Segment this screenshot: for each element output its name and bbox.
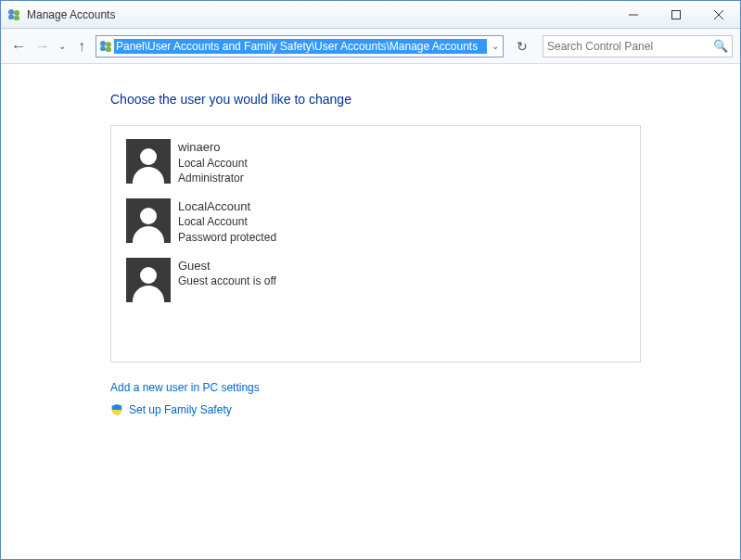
minimize-button[interactable] <box>612 1 655 28</box>
search-input[interactable] <box>547 40 713 53</box>
account-info: LocalAccount Local Account Password prot… <box>178 198 276 245</box>
navbar: ← → ⌄ ↑ Panel\User Accounts and Family S… <box>1 29 740 64</box>
account-tile-guest[interactable]: Guest Guest account is off <box>126 258 377 302</box>
refresh-button[interactable]: ↻ <box>511 35 533 57</box>
search-icon: 🔍 <box>713 39 728 53</box>
account-info: Guest Guest account is off <box>178 258 276 289</box>
family-safety-link[interactable]: Set up Family Safety <box>110 403 740 416</box>
svg-rect-5 <box>672 10 681 19</box>
bottom-links: Add a new user in PC settings Set up Fam… <box>110 381 740 416</box>
page-title: Choose the user you would like to change <box>110 92 740 107</box>
link-text: Add a new user in PC settings <box>110 381 260 394</box>
svg-point-1 <box>14 10 19 16</box>
forward-button[interactable]: → <box>32 36 53 57</box>
account-name: LocalAccount <box>178 198 276 215</box>
window-controls <box>612 1 740 28</box>
account-status: Guest account is off <box>178 274 276 288</box>
svg-rect-2 <box>8 15 14 19</box>
svg-rect-3 <box>14 16 19 20</box>
svg-rect-11 <box>106 47 111 52</box>
account-type: Local Account <box>178 156 248 171</box>
address-bar[interactable]: Panel\User Accounts and Family Safety\Us… <box>96 35 504 57</box>
up-button[interactable]: ↑ <box>71 36 92 57</box>
account-status: Password protected <box>178 230 276 245</box>
recent-dropdown[interactable]: ⌄ <box>57 41 68 51</box>
avatar-icon <box>126 198 171 243</box>
content-area: Choose the user you would like to change… <box>1 64 740 416</box>
account-type: Local Account <box>178 214 276 229</box>
account-info: winaero Local Account Administrator <box>178 139 248 185</box>
close-button[interactable] <box>697 1 740 28</box>
account-name: winaero <box>178 139 248 156</box>
address-dropdown[interactable]: ⌄ <box>488 41 503 51</box>
svg-rect-10 <box>100 46 106 51</box>
shield-icon <box>110 403 123 416</box>
maximize-button[interactable] <box>655 1 697 28</box>
svg-point-8 <box>100 41 106 46</box>
titlebar: Manage Accounts <box>1 1 740 29</box>
address-text[interactable]: Panel\User Accounts and Family Safety\Us… <box>114 39 487 54</box>
account-role: Administrator <box>178 171 248 185</box>
avatar-icon <box>126 139 171 184</box>
back-button[interactable]: ← <box>8 36 29 57</box>
svg-point-0 <box>8 9 14 15</box>
search-box[interactable]: 🔍 <box>543 35 733 57</box>
svg-point-9 <box>106 42 111 47</box>
add-user-link[interactable]: Add a new user in PC settings <box>110 381 740 394</box>
link-text: Set up Family Safety <box>129 403 232 416</box>
account-tile-winaero[interactable]: winaero Local Account Administrator <box>126 139 377 185</box>
window-title: Manage Accounts <box>27 8 115 21</box>
accounts-icon <box>98 39 113 54</box>
avatar-icon <box>126 258 171 302</box>
app-icon <box>6 7 21 22</box>
account-name: Guest <box>178 258 276 274</box>
accounts-list: winaero Local Account Administrator Loca… <box>110 125 641 363</box>
account-tile-localaccount[interactable]: LocalAccount Local Account Password prot… <box>126 198 377 245</box>
